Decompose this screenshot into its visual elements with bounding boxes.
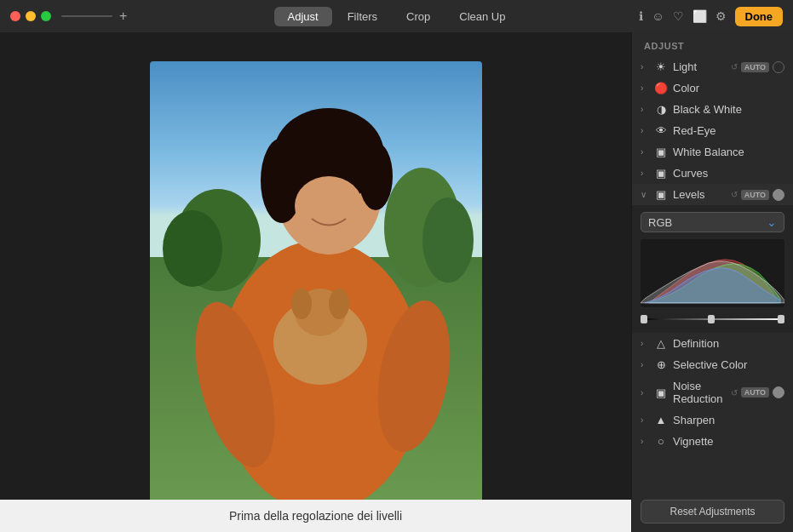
noise-reset-icon[interactable]: ↺ [731, 388, 738, 398]
svg-point-4 [163, 210, 222, 287]
white-balance-icon: ▣ [654, 146, 668, 158]
color-label: Color [673, 82, 784, 94]
curves-icon: ▣ [654, 167, 668, 180]
levels-reset-icon[interactable]: ↺ [731, 190, 738, 199]
share-icon[interactable]: ⬜ [692, 9, 707, 23]
adjust-item-red-eye[interactable]: › 👁 Red-Eye [632, 120, 793, 141]
brightness-slider[interactable] [61, 15, 112, 17]
light-label: Light [673, 60, 731, 73]
svg-point-14 [291, 289, 312, 319]
rgb-dropdown[interactable]: RGB ⌄ [641, 212, 784, 232]
sharpen-label: Sharpen [673, 414, 784, 426]
slider-track [641, 318, 784, 320]
chevron-right-icon: › [641, 339, 649, 348]
svg-point-5 [422, 197, 474, 283]
color-icon: 🔴 [654, 82, 668, 94]
curves-label: Curves [673, 167, 784, 180]
photo-container [150, 61, 482, 504]
slider-thumb-mid[interactable] [708, 315, 715, 323]
noise-reduction-icon: ▣ [654, 386, 668, 399]
titlebar: + Adjust Filters Crop Clean Up ℹ ☺ ♡ ⬜ ⚙… [0, 0, 793, 32]
histogram-slider[interactable] [641, 312, 784, 326]
chevron-down-icon: ∨ [641, 190, 649, 199]
selective-color-label: Selective Color [673, 358, 784, 371]
tab-crop[interactable]: Crop [393, 7, 444, 26]
panel-header: ADJUST [632, 32, 793, 56]
vignette-label: Vignette [673, 435, 784, 448]
adjust-item-light[interactable]: › ☀ Light ↺ AUTO [632, 56, 793, 77]
adjust-item-vignette[interactable]: › ○ Vignette [632, 431, 793, 452]
light-actions: ↺ AUTO [731, 61, 784, 73]
bw-label: Black & White [673, 103, 784, 116]
main-content: ADJUST › ☀ Light ↺ AUTO › 🔴 Color › ◑ Bl… [0, 32, 793, 532]
histogram-svg [641, 239, 784, 307]
right-panel: ADJUST › ☀ Light ↺ AUTO › 🔴 Color › ◑ Bl… [631, 32, 793, 532]
emoji-icon[interactable]: ☺ [652, 9, 664, 23]
chevron-right-icon: › [641, 83, 649, 93]
chevron-right-icon: › [641, 415, 649, 425]
bottom-bar: Prima della regolazione dei livelli [0, 500, 631, 532]
adjust-item-color[interactable]: › 🔴 Color [632, 77, 793, 99]
levels-toggle-button[interactable] [773, 189, 784, 201]
minimize-button[interactable] [26, 11, 36, 21]
close-button[interactable] [10, 11, 20, 21]
slider-thumb-left[interactable] [641, 315, 647, 323]
tab-clean-up[interactable]: Clean Up [445, 7, 519, 26]
noise-reduction-actions: ↺ AUTO [731, 386, 784, 398]
noise-toggle-button[interactable] [773, 386, 784, 398]
chevron-right-icon: › [641, 169, 649, 178]
adjust-item-white-balance[interactable]: › ▣ White Balance [632, 141, 793, 163]
chevron-right-icon: › [641, 126, 649, 135]
chevron-right-icon: › [641, 388, 649, 398]
chevron-right-icon: › [641, 147, 649, 157]
histogram [641, 239, 784, 307]
titlebar-right: ℹ ☺ ♡ ⬜ ⚙ Done [639, 7, 783, 26]
tab-adjust[interactable]: Adjust [274, 7, 332, 26]
red-eye-label: Red-Eye [673, 124, 784, 137]
selective-color-icon: ⊕ [654, 358, 668, 371]
white-balance-label: White Balance [673, 146, 784, 158]
adjust-item-levels[interactable]: ∨ ▣ Levels ↺ AUTO [632, 184, 793, 205]
sharpen-icon: ▲ [654, 414, 668, 426]
levels-actions: ↺ AUTO [731, 189, 784, 201]
adjust-item-selective-color[interactable]: › ⊕ Selective Color [632, 354, 793, 375]
noise-reduction-label: Noise Reduction [673, 380, 731, 405]
chevron-right-icon: › [641, 62, 649, 72]
levels-icon: ▣ [654, 188, 668, 201]
levels-auto-badge[interactable]: AUTO [741, 190, 769, 200]
adjust-item-curves[interactable]: › ▣ Curves [632, 163, 793, 184]
nav-tabs: Adjust Filters Crop Clean Up [274, 7, 520, 26]
levels-expanded: RGB ⌄ [632, 205, 793, 333]
adjust-item-definition[interactable]: › △ Definition [632, 333, 793, 354]
reset-icon[interactable]: ↺ [731, 62, 738, 72]
levels-label: Levels [673, 188, 731, 201]
traffic-lights [10, 11, 51, 21]
toggle-button[interactable] [773, 61, 784, 73]
tab-filters[interactable]: Filters [334, 7, 391, 26]
vignette-icon: ○ [654, 435, 668, 448]
svg-point-11 [295, 176, 363, 236]
bw-icon: ◑ [654, 103, 668, 116]
done-button[interactable]: Done [735, 7, 784, 26]
fullscreen-button[interactable] [41, 11, 51, 21]
red-eye-icon: 👁 [654, 124, 668, 137]
auto-badge[interactable]: AUTO [741, 62, 769, 72]
add-button[interactable]: + [119, 9, 127, 24]
svg-point-10 [359, 142, 393, 210]
reset-adjustments-button[interactable]: Reset Adjustments [641, 500, 784, 523]
photo-area [0, 32, 631, 532]
slider-thumb-right[interactable] [778, 315, 784, 323]
gear-icon[interactable]: ⚙ [715, 9, 727, 23]
light-icon: ☀ [654, 60, 668, 73]
photo-image [150, 61, 482, 504]
adjust-item-noise-reduction[interactable]: › ▣ Noise Reduction ↺ AUTO [632, 375, 793, 409]
info-icon[interactable]: ℹ [639, 9, 643, 23]
dropdown-chevron-icon: ⌄ [767, 215, 777, 229]
adjust-item-sharpen[interactable]: › ▲ Sharpen [632, 409, 793, 431]
heart-icon[interactable]: ♡ [673, 9, 684, 23]
adjust-item-bw[interactable]: › ◑ Black & White [632, 99, 793, 120]
definition-label: Definition [673, 337, 784, 350]
definition-icon: △ [654, 337, 668, 350]
noise-auto-badge[interactable]: AUTO [741, 387, 769, 398]
chevron-right-icon: › [641, 360, 649, 369]
